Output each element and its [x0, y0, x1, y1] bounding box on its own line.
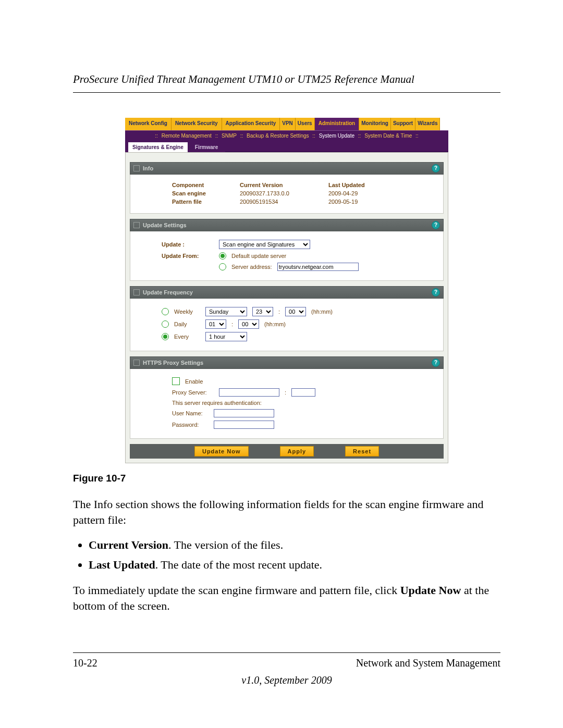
username-input[interactable]	[214, 409, 274, 417]
proxy-port-input[interactable]	[291, 388, 315, 397]
checkbox-enable-proxy[interactable]	[172, 377, 180, 385]
subnav-remote-management[interactable]: Remote Management	[162, 133, 212, 139]
weekly-day-select[interactable]: Sunday	[205, 307, 247, 316]
update-now-button[interactable]: Update Now	[194, 446, 249, 456]
proxy-host-input[interactable]	[219, 388, 279, 397]
paragraph: To immediately update the scan engine fi…	[73, 583, 500, 613]
reset-button[interactable]: Reset	[345, 446, 379, 456]
password-input[interactable]	[214, 421, 274, 429]
apply-button[interactable]: Apply	[280, 446, 314, 456]
subnav-snmp[interactable]: SNMP	[222, 133, 237, 139]
colon: :	[278, 309, 280, 315]
label-enable: Enable	[185, 378, 203, 385]
help-icon[interactable]: ?	[432, 288, 440, 297]
nav-administration[interactable]: Administration	[315, 118, 360, 130]
cell: Pattern file	[172, 199, 240, 205]
nav-network-security[interactable]: Network Security	[172, 118, 222, 130]
update-select[interactable]: Scan engine and Signatures	[219, 240, 310, 249]
nav-label: Wizards	[418, 120, 437, 126]
label-daily: Daily	[174, 321, 200, 327]
section-title: HTTPS Proxy Settings	[143, 360, 203, 366]
nav-label: Network Config	[129, 120, 167, 126]
tertiary-tabs: Signatures & Engine Firmware	[125, 141, 448, 152]
subnav-system-date-time[interactable]: System Date & Time	[364, 133, 412, 139]
term: Current Version	[89, 538, 168, 551]
daily-min-select[interactable]: 00	[238, 319, 259, 329]
label-weekly: Weekly	[174, 309, 200, 315]
paragraph: The Info section shows the following inf…	[73, 497, 500, 527]
tab-firmware[interactable]: Firmware	[191, 142, 222, 152]
label-proxy-server: Proxy Server:	[172, 389, 214, 396]
nav-vpn[interactable]: VPN	[280, 118, 296, 130]
section-update-frequency: Update Frequency? Weekly Sunday 23 : 00 …	[130, 286, 444, 351]
cell: 20090327.1733.0.0	[240, 190, 328, 196]
figure-caption: Figure 10-7	[73, 473, 500, 484]
help-icon[interactable]: ?	[432, 359, 440, 367]
running-header: ProSecure Unified Threat Management UTM1…	[73, 73, 500, 86]
col-last-updated: Last Updated	[328, 182, 401, 188]
text-bold: Update Now	[400, 584, 461, 597]
nav-label: Application Security	[226, 120, 276, 126]
expand-icon	[133, 165, 140, 171]
tab-signatures-engine[interactable]: Signatures & Engine	[128, 142, 188, 152]
radio-default-server[interactable]	[219, 252, 226, 260]
figure-screenshot: Network Config Network Security Applicat…	[73, 118, 500, 463]
section-title: Update Settings	[143, 222, 187, 228]
bullet-list: Current Version. The version of the file…	[73, 537, 500, 573]
nav-wizards[interactable]: Wizards	[415, 118, 440, 130]
nav-label: Users	[298, 120, 312, 126]
text: To immediately update the scan engine fi…	[73, 584, 400, 597]
secondary-nav: :: Remote Management :: SNMP :: Backup &…	[125, 130, 448, 141]
nav-network-config[interactable]: Network Config	[125, 118, 172, 130]
section-info: Info? Component Current Version Last Upd…	[130, 162, 444, 214]
nav-users[interactable]: Users	[296, 118, 315, 130]
label-every: Every	[174, 334, 200, 340]
cell: 2009-04-29	[328, 190, 401, 196]
server-address-input[interactable]	[277, 263, 359, 271]
help-icon[interactable]: ?	[432, 221, 440, 229]
header-rule	[73, 92, 500, 93]
cell: 200905191534	[240, 199, 328, 205]
label-update-from: Update From:	[162, 253, 214, 259]
hhmm-hint: (hh:mm)	[264, 321, 286, 327]
subnav-system-update[interactable]: System Update	[319, 133, 354, 139]
label-password: Password:	[172, 422, 209, 428]
section-title: Info	[143, 165, 153, 171]
nav-application-security[interactable]: Application Security	[222, 118, 280, 130]
doc-version: v1.0, September 2009	[73, 674, 500, 686]
section-update-settings: Update Settings? Update : Scan engine an…	[130, 219, 444, 281]
nav-support[interactable]: Support	[391, 118, 415, 130]
page-number: 10-22	[73, 657, 97, 669]
primary-nav: Network Config Network Security Applicat…	[125, 118, 448, 130]
expand-icon	[133, 222, 140, 228]
hhmm-hint: (hh:mm)	[311, 309, 333, 315]
label-username: User Name:	[172, 410, 209, 416]
section-https-proxy: HTTPS Proxy Settings? Enable Proxy Serve…	[130, 356, 444, 439]
expand-icon	[133, 289, 140, 295]
radio-daily[interactable]	[162, 320, 169, 328]
subnav-backup-restore[interactable]: Backup & Restore Settings	[247, 133, 309, 139]
list-item: Current Version. The version of the file…	[89, 537, 500, 553]
colon: :	[285, 389, 286, 396]
list-item: Last Updated. The date of the most recen…	[89, 557, 500, 573]
every-interval-select[interactable]: 1 hour	[205, 332, 247, 341]
nav-monitoring[interactable]: Monitoring	[359, 118, 391, 130]
radio-every[interactable]	[162, 333, 169, 340]
nav-label: Monitoring	[361, 120, 388, 126]
help-icon[interactable]: ?	[432, 164, 440, 172]
expand-icon	[133, 360, 140, 366]
radio-weekly[interactable]	[162, 308, 169, 315]
daily-hour-select[interactable]: 01	[205, 319, 226, 329]
text: . The version of the files.	[168, 538, 283, 551]
weekly-hour-select[interactable]: 23	[252, 307, 273, 316]
opt-server-address: Server address:	[231, 264, 272, 270]
term: Last Updated	[89, 558, 155, 571]
page-footer: 10-22 Network and System Management v1.0…	[73, 652, 500, 686]
text: . The date of the most recent update.	[155, 558, 322, 571]
cell: Scan engine	[172, 190, 240, 196]
colon: :	[231, 321, 233, 327]
nav-label: VPN	[282, 120, 293, 126]
radio-server-address[interactable]	[219, 263, 226, 270]
weekly-min-select[interactable]: 00	[285, 307, 306, 316]
label-update: Update :	[162, 241, 214, 248]
